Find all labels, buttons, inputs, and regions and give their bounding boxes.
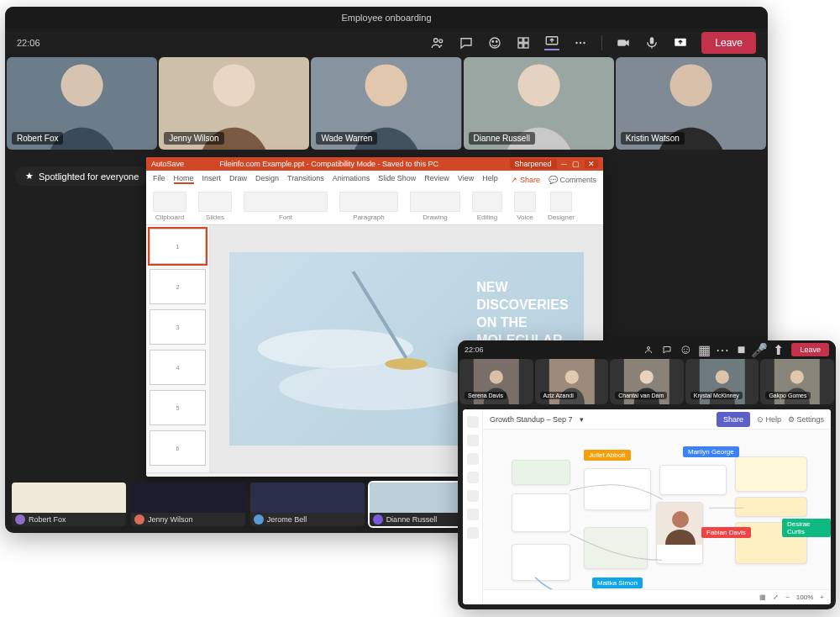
slide-thumb-4[interactable]: 4 xyxy=(150,350,206,385)
chat-icon[interactable] xyxy=(662,345,672,355)
comments-button[interactable]: 💬 Comments xyxy=(549,176,596,184)
mic-icon[interactable]: 🎤 xyxy=(754,345,764,355)
participant-tile[interactable]: Serena Davis xyxy=(459,359,533,404)
slide-thumb-3[interactable]: 3 xyxy=(150,309,206,345)
editing-controls[interactable] xyxy=(472,192,502,212)
participant-tile[interactable]: Jenny Wilson xyxy=(159,57,309,150)
tab-transitions[interactable]: Transitions xyxy=(287,174,324,184)
share-button[interactable]: ↗ Share xyxy=(511,176,540,184)
user-tag[interactable]: Malika Simon xyxy=(592,577,643,588)
text-tool[interactable] xyxy=(467,472,479,483)
leave-button[interactable]: Leave xyxy=(791,343,829,356)
sticky-note[interactable] xyxy=(512,544,570,581)
contact-card[interactable] xyxy=(656,502,703,564)
participant-tile[interactable]: Wade Warren xyxy=(311,57,461,150)
tab-file[interactable]: File xyxy=(153,174,165,184)
zoom-in-icon[interactable]: + xyxy=(820,593,824,601)
svg-point-36 xyxy=(640,371,654,384)
pen-tool[interactable] xyxy=(467,435,479,446)
tab-home[interactable]: Home xyxy=(174,174,194,184)
share-tray-icon[interactable] xyxy=(544,35,559,50)
whiteboard-canvas[interactable]: Growth Standup – Sep 7 ▾ Share ⊙ Help ⚙ … xyxy=(483,409,831,604)
camera-icon[interactable]: ■ xyxy=(736,345,746,355)
participant-tile[interactable]: Aziz Azandi xyxy=(535,359,609,404)
sticky-note[interactable] xyxy=(512,460,570,485)
rooms-icon[interactable] xyxy=(516,35,531,50)
window-max-icon[interactable]: ▢ xyxy=(572,160,580,168)
reactions-icon[interactable] xyxy=(487,35,502,50)
svg-point-40 xyxy=(790,371,804,384)
bottom-tile[interactable]: Jerome Bell xyxy=(250,483,365,526)
tab-help[interactable]: Help xyxy=(482,174,498,184)
share-screen-icon[interactable]: ⬆ xyxy=(773,345,783,355)
tab-draw[interactable]: Draw xyxy=(229,174,247,184)
user-tag[interactable]: Desirae Curtis xyxy=(782,519,831,537)
bottom-tile[interactable]: Jenny Wilson xyxy=(131,483,245,526)
fit-icon[interactable]: ⤢ xyxy=(773,593,779,601)
window-min-icon[interactable]: ─ xyxy=(562,160,567,168)
more-icon[interactable] xyxy=(573,35,588,50)
camera-icon[interactable] xyxy=(616,35,631,50)
people-icon[interactable] xyxy=(643,345,654,355)
sticky-note[interactable] xyxy=(735,497,807,517)
participant-tile[interactable]: Chantal van Dam xyxy=(610,359,684,404)
tab-animations[interactable]: Animations xyxy=(333,174,370,184)
sticky-note[interactable] xyxy=(584,468,651,510)
svg-point-4 xyxy=(496,41,498,43)
drawing-controls[interactable] xyxy=(410,192,460,212)
sticky-note[interactable] xyxy=(512,493,570,532)
paste-button[interactable] xyxy=(153,192,186,212)
tab-review[interactable]: Review xyxy=(424,174,449,184)
slide-thumb-6[interactable]: 6 xyxy=(150,430,206,466)
slide-thumb-1[interactable]: 1 xyxy=(150,229,206,264)
participant-tile[interactable]: Gakpo Gomes xyxy=(760,359,834,404)
slide-thumb-5[interactable]: 5 xyxy=(150,390,206,425)
zoom-out-icon[interactable]: − xyxy=(785,593,790,601)
tab-slideshow[interactable]: Slide Show xyxy=(378,174,416,184)
user-tag[interactable]: Juliet Abbott xyxy=(584,450,631,461)
rooms-icon[interactable]: ▦ xyxy=(699,345,709,355)
slide-thumb-2[interactable]: 2 xyxy=(150,269,206,304)
sticky-note[interactable] xyxy=(584,527,648,569)
user-tag[interactable]: Marilyn George xyxy=(683,446,739,457)
paragraph-controls[interactable] xyxy=(339,192,398,212)
bottom-tile[interactable]: Robert Fox xyxy=(12,483,126,526)
svg-rect-5 xyxy=(518,38,522,42)
people-icon[interactable] xyxy=(430,35,445,50)
chevron-down-icon[interactable]: ▾ xyxy=(580,415,584,424)
dictate-button[interactable] xyxy=(514,192,536,212)
whiteboard-content: Growth Standup – Sep 7 ▾ Share ⊙ Help ⚙ … xyxy=(463,409,831,604)
participant-name-label: Aziz Azandi xyxy=(540,392,577,399)
autosave-toggle[interactable]: AutoSave xyxy=(151,160,184,168)
whiteboard-settings[interactable]: ⚙ Settings xyxy=(788,415,824,424)
whiteboard-help[interactable]: ⊙ Help xyxy=(757,415,781,424)
tab-insert[interactable]: Insert xyxy=(202,174,222,184)
participant-tile[interactable]: Dianne Russell xyxy=(464,57,614,150)
participant-tile[interactable]: Robert Fox xyxy=(7,57,157,150)
participant-tile[interactable]: Krystal McKinney xyxy=(685,359,759,404)
new-slide-button[interactable] xyxy=(198,192,232,212)
share-screen-icon[interactable] xyxy=(673,35,688,50)
chat-icon[interactable] xyxy=(459,35,474,50)
tab-view[interactable]: View xyxy=(458,174,474,184)
sticky-tool[interactable] xyxy=(467,490,479,502)
more-icon[interactable]: ⋯ xyxy=(717,345,727,355)
window-close-icon[interactable]: ✕ xyxy=(585,160,598,168)
mic-icon[interactable] xyxy=(644,35,659,50)
slide-thumbnails: 1 2 3 4 5 6 xyxy=(146,225,210,472)
image-tool[interactable] xyxy=(467,509,479,520)
sticky-note[interactable] xyxy=(735,456,807,492)
tab-design[interactable]: Design xyxy=(255,174,279,184)
grid-toggle-icon[interactable]: ▦ xyxy=(759,593,766,601)
designer-button[interactable] xyxy=(550,192,572,212)
whiteboard-share-button[interactable]: Share xyxy=(717,412,750,427)
leave-button[interactable]: Leave xyxy=(701,32,756,54)
eraser-tool[interactable] xyxy=(467,527,479,539)
sticky-note[interactable] xyxy=(659,465,727,495)
user-tag[interactable]: Fabian Davis xyxy=(701,527,751,538)
font-controls[interactable] xyxy=(244,192,328,212)
reactions-icon[interactable]: ☺ xyxy=(680,345,690,355)
participant-tile[interactable]: Kristin Watson xyxy=(616,57,766,150)
shape-tool[interactable] xyxy=(467,453,479,465)
cursor-tool[interactable] xyxy=(467,416,479,428)
